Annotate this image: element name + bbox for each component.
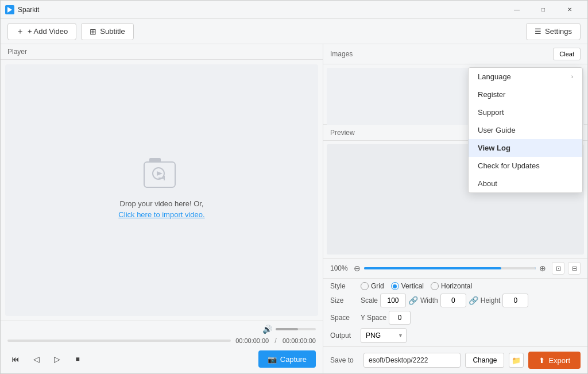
svg-marker-2 <box>157 171 163 176</box>
playback-controls: ⏮ ◁ ▷ ■ 📷 Capture <box>7 348 316 370</box>
menu-item-check-updates[interactable]: Check for Updates <box>469 157 582 175</box>
app-title: Sparkit <box>18 6 504 14</box>
video-drop-area[interactable]: Drop your video here! Or, Click here to … <box>5 64 318 316</box>
timeline-bar[interactable] <box>7 340 231 342</box>
about-label: About <box>478 179 497 188</box>
space-row: Space Y Space <box>330 311 581 325</box>
folder-icon: 📁 <box>512 356 521 365</box>
output-format-select[interactable]: PNG JPG WEBP <box>361 328 407 343</box>
menu-item-support[interactable]: Support <box>469 103 582 121</box>
export-icon: ⬆ <box>539 356 545 365</box>
height-input[interactable] <box>502 294 528 307</box>
add-video-button[interactable]: ＋ + Add Video <box>7 23 76 40</box>
rewind-button[interactable]: ◁ <box>28 351 44 367</box>
volume-icon: 🔊 <box>262 325 272 334</box>
link-icon-2: 🔗 <box>469 296 478 305</box>
app-icon <box>5 5 14 14</box>
view-log-label: View Log <box>478 144 510 152</box>
style-row: Style Grid Vertical Horizontal <box>330 282 581 290</box>
zoom-track <box>364 267 536 269</box>
grid-radio[interactable]: Grid <box>361 282 384 290</box>
zoom-fit-button[interactable]: ⊡ <box>552 262 564 275</box>
export-button[interactable]: ⬆ Export <box>528 352 581 369</box>
settings-label: Settings <box>545 27 572 36</box>
menu-item-user-guide[interactable]: User Guide <box>469 121 582 139</box>
zoom-minus-icon[interactable]: ⊖ <box>354 264 361 273</box>
scale-input[interactable] <box>380 294 406 307</box>
images-label: Images <box>330 50 553 58</box>
capture-label: Capture <box>280 355 307 364</box>
close-button[interactable]: ✕ <box>556 1 583 19</box>
total-time: 00:00:00:00 <box>283 337 316 344</box>
stop-button[interactable]: ■ <box>69 351 86 367</box>
width-label: Width <box>420 296 438 304</box>
settings-icon: ☰ <box>535 27 541 36</box>
size-label: Size <box>330 296 356 304</box>
zoom-fill <box>364 267 501 269</box>
images-header: Images Cleat <box>323 44 587 64</box>
settings-dropdown-menu: Language › Register Support User Guide V… <box>468 67 583 193</box>
grid-label: Grid <box>371 282 384 290</box>
save-to-label: Save to <box>330 356 359 364</box>
left-panel: Player Drop your video here! Or, Click h… <box>1 44 323 373</box>
change-button[interactable]: Change <box>465 353 504 368</box>
save-path-input[interactable] <box>363 353 461 368</box>
capture-button[interactable]: 📷 Capture <box>258 350 316 368</box>
zoom-slider[interactable] <box>364 267 536 269</box>
grid-radio-circle <box>361 282 369 290</box>
clear-button[interactable]: Cleat <box>553 48 581 60</box>
zoom-row: 100% ⊖ ⊕ ⊡ ⊟ <box>323 258 587 279</box>
zoom-actual-button[interactable]: ⊟ <box>568 262 581 275</box>
minimize-button[interactable]: — <box>504 1 530 19</box>
prev-button[interactable]: ⏮ <box>7 351 24 367</box>
current-time: 00:00:00:00 <box>235 337 269 344</box>
menu-item-language[interactable]: Language › <box>469 68 582 86</box>
vertical-radio[interactable]: Vertical <box>391 282 424 290</box>
volume-row: 🔊 <box>7 325 316 334</box>
y-space-input[interactable] <box>389 311 411 325</box>
zoom-plus-icon[interactable]: ⊕ <box>539 264 546 273</box>
style-radio-group: Grid Vertical Horizontal <box>361 282 472 290</box>
y-space-group: Y Space <box>361 311 411 325</box>
volume-slider[interactable] <box>276 328 316 330</box>
zoom-extra-icons: ⊡ ⊟ <box>552 262 581 275</box>
toolbar: ＋ + Add Video ⊞ Subtitle ☰ Settings <box>1 19 587 44</box>
link-icon-1: 🔗 <box>408 296 418 305</box>
width-input[interactable] <box>440 294 466 307</box>
title-bar: Sparkit — □ ✕ <box>1 1 587 19</box>
add-video-label: + Add Video <box>28 27 68 36</box>
output-select-wrap: PNG JPG WEBP <box>361 328 407 343</box>
register-label: Register <box>478 90 505 99</box>
time-separator: / <box>274 336 277 345</box>
video-placeholder-icon <box>144 161 180 192</box>
output-label: Output <box>330 331 356 340</box>
import-link[interactable]: Click here to import video. <box>118 210 204 219</box>
menu-item-view-log[interactable]: View Log <box>469 139 582 157</box>
preview-label: Preview <box>330 129 355 137</box>
horizontal-radio-circle <box>431 282 439 290</box>
vertical-label: Vertical <box>401 282 424 290</box>
zoom-percent: 100% <box>330 264 350 272</box>
horizontal-radio[interactable]: Horizontal <box>431 282 472 290</box>
drop-text: Drop your video here! Or, <box>120 199 204 208</box>
menu-item-about[interactable]: About <box>469 175 582 192</box>
subtitle-button[interactable]: ⊞ Subtitle <box>81 23 133 40</box>
scale-group: Scale 🔗 Width 🔗 Height <box>361 294 528 307</box>
main-content: Player Drop your video here! Or, Click h… <box>1 44 587 373</box>
play-button[interactable]: ▷ <box>49 351 65 367</box>
folder-button[interactable]: 📁 <box>509 353 524 368</box>
check-updates-label: Check for Updates <box>478 161 540 170</box>
scale-label: Scale <box>361 296 378 304</box>
space-label: Space <box>330 314 356 322</box>
player-label: Player <box>1 44 323 60</box>
save-row: Save to Change 📁 ⬆ Export <box>323 346 587 373</box>
menu-item-register[interactable]: Register <box>469 86 582 103</box>
svg-marker-0 <box>7 7 12 13</box>
size-row: Size Scale 🔗 Width 🔗 Height <box>330 294 581 307</box>
settings-button[interactable]: ☰ Settings <box>526 23 581 40</box>
maximize-button[interactable]: □ <box>530 1 556 19</box>
user-guide-label: User Guide <box>478 126 516 134</box>
window-controls: — □ ✕ <box>504 1 583 19</box>
main-window: Sparkit — □ ✕ ＋ + Add Video ⊞ Subtitle ☰… <box>0 0 588 374</box>
properties-area: Style Grid Vertical Horizontal <box>323 279 587 346</box>
